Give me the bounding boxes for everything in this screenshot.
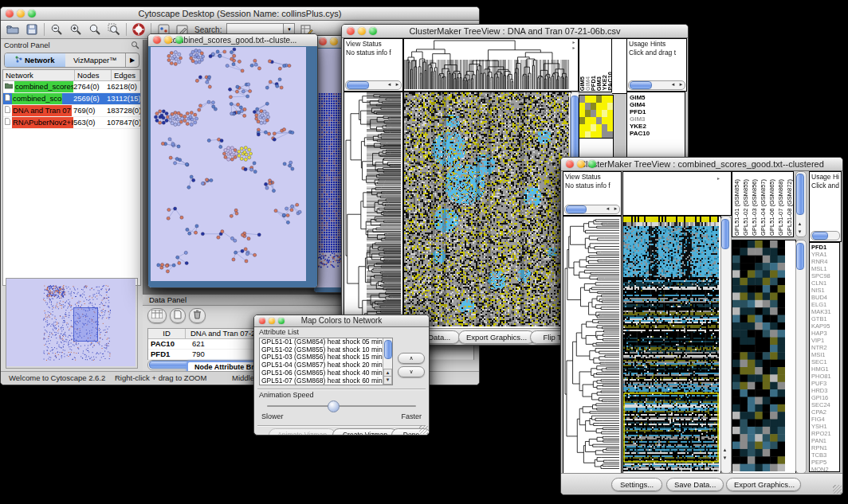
scroll-thumb[interactable]	[812, 232, 828, 240]
tv2-labels-vscrollbar[interactable]: ▲▼	[795, 171, 807, 237]
gene-label[interactable]: SEC24	[811, 401, 839, 408]
zoom-out-icon[interactable]	[49, 22, 64, 37]
matrix-cell[interactable]	[591, 96, 596, 103]
network-canvas-2[interactable]	[316, 49, 344, 287]
close-button[interactable]	[259, 318, 265, 324]
tv2-export-graphics-button[interactable]: Export Graphics...	[726, 478, 801, 491]
tv2-heatmap-canvas[interactable]	[623, 217, 719, 471]
gene-label[interactable]: HAP3	[811, 330, 839, 337]
gene-label[interactable]: ELG1	[811, 301, 839, 308]
zoom-selected-icon[interactable]	[107, 22, 121, 37]
gene-label[interactable]: PFD1	[811, 244, 839, 251]
col-nodes[interactable]: Nodes	[75, 70, 112, 81]
tv2-hints-hscrollbar[interactable]	[811, 231, 840, 240]
tab-network[interactable]: Network	[5, 53, 65, 67]
gene-label[interactable]: FIG4	[811, 416, 839, 423]
gene-label[interactable]: PHO81	[811, 373, 839, 380]
gene-label[interactable]: VIP1	[811, 337, 839, 344]
matrix-cell[interactable]	[596, 96, 602, 103]
new-attribute-icon[interactable]	[170, 308, 186, 323]
tv1-row-dendrogram-canvas[interactable]	[344, 92, 401, 326]
gene-label[interactable]: GIM3	[630, 115, 685, 123]
matrix-cell[interactable]	[596, 124, 602, 131]
zoom-button[interactable]	[278, 318, 285, 324]
tv2-zoom-vscrollbar[interactable]	[795, 240, 807, 474]
tv2-settings-button[interactable]: Settings...	[611, 478, 662, 491]
scroll-thumb[interactable]	[630, 81, 652, 89]
animate-vizmap-button[interactable]: Animate Vizmap	[269, 428, 336, 436]
matrix-cell[interactable]	[607, 124, 613, 131]
col-network[interactable]: Network	[3, 70, 75, 81]
gene-label[interactable]: SPC98	[811, 272, 839, 279]
network-row[interactable]: combined_sco2569(6)13112(15)	[3, 93, 140, 105]
attr-col-id[interactable]: ID	[148, 329, 186, 338]
tv1-zoom-matrix[interactable]	[579, 95, 614, 139]
network-overview-canvas[interactable]	[6, 279, 135, 366]
tv1-titlebar[interactable]: ClusterMaker TreeView : DNA and Tran 07-…	[342, 25, 688, 38]
scroll-thumb[interactable]	[721, 219, 729, 249]
minimize-button[interactable]	[577, 160, 585, 168]
gene-label[interactable]: PFD1	[630, 108, 685, 115]
tv2-status-hscrollbar[interactable]: ◄►	[564, 205, 620, 214]
scroll-thumb[interactable]	[347, 81, 369, 89]
zoom-button[interactable]	[28, 10, 36, 18]
gene-label[interactable]: RPN1	[811, 444, 839, 451]
tv2-row-dendrogram[interactable]	[563, 216, 622, 474]
matrix-cell[interactable]	[591, 117, 596, 124]
tv2-zoom-heatmap-canvas[interactable]	[732, 240, 785, 471]
close-button[interactable]	[6, 10, 14, 18]
tv2-zoom-heatmap[interactable]	[732, 240, 787, 474]
move-up-button[interactable]: ∧	[398, 353, 425, 364]
matrix-cell[interactable]	[585, 103, 591, 110]
matrix-cell[interactable]	[591, 124, 596, 131]
create-vizmap-button[interactable]: Create Vizmap	[332, 428, 398, 436]
matrix-cell[interactable]	[602, 96, 607, 103]
matrix-cell[interactable]	[585, 124, 591, 131]
tv2-heatmap[interactable]	[622, 216, 721, 474]
attribute-list-item[interactable]: GPL51-07 (GSM868) heat shock 60 min	[261, 377, 392, 385]
gene-label[interactable]: BUD4	[811, 294, 839, 301]
network-overview-panel[interactable]	[6, 278, 138, 369]
scroll-thumb[interactable]	[566, 205, 587, 213]
gene-label[interactable]: PEP5	[811, 459, 839, 466]
gene-label[interactable]: RPO21	[811, 430, 839, 437]
tab-overflow-arrow[interactable]: ▶	[125, 53, 139, 67]
scroll-thumb[interactable]	[796, 174, 804, 215]
col-edges[interactable]: Edges	[112, 70, 140, 81]
dialog-titlebar[interactable]: Map Colors to Network	[254, 315, 429, 327]
gene-label[interactable]: PAN1	[811, 437, 839, 444]
panel-search-icon[interactable]	[131, 41, 139, 53]
gene-label[interactable]: TCB3	[811, 451, 839, 459]
zoom-button[interactable]	[588, 160, 596, 168]
gene-label[interactable]: KAP95	[811, 322, 839, 330]
tv2-vscrollbar[interactable]: ▲▼	[720, 216, 732, 474]
matrix-cell[interactable]	[607, 103, 613, 110]
network-row[interactable]: RNAPuberNov2+I563(0)107847(0)	[3, 117, 140, 129]
gene-label[interactable]: MON2	[811, 466, 839, 472]
scroll-thumb[interactable]	[384, 340, 392, 359]
tv1-column-dendrogram[interactable]	[403, 38, 571, 92]
gene-label[interactable]: YKE2	[630, 123, 685, 130]
matrix-cell[interactable]	[602, 103, 607, 110]
matrix-cell[interactable]	[579, 124, 585, 131]
matrix-cell[interactable]	[579, 96, 585, 103]
net1-titlebar[interactable]: combined_scores_good.txt--cluste...	[148, 34, 317, 47]
close-button[interactable]	[566, 160, 574, 168]
resize-grip[interactable]	[419, 425, 428, 434]
matrix-cell[interactable]	[596, 103, 602, 110]
gene-label[interactable]: NIS1	[811, 287, 839, 294]
tv2-column-dendrogram[interactable]: ▸	[622, 171, 721, 216]
matrix-cell[interactable]	[602, 117, 607, 124]
matrix-cell[interactable]	[602, 124, 607, 131]
minimize-button[interactable]	[164, 36, 172, 44]
tv1-column-dendrogram-canvas[interactable]	[404, 39, 569, 89]
tv1-row-dendrogram[interactable]	[344, 92, 403, 329]
gene-label[interactable]: RNR4	[811, 258, 839, 265]
minimize-button[interactable]	[269, 318, 275, 324]
gene-label[interactable]: YSH1	[811, 423, 839, 430]
close-button[interactable]	[153, 36, 161, 44]
network-row[interactable]: combined_scores2764(0)16218(0)	[3, 81, 140, 93]
matrix-cell[interactable]	[607, 96, 613, 103]
gene-label[interactable]: PUF3	[811, 380, 839, 387]
matrix-cell[interactable]	[602, 110, 607, 117]
